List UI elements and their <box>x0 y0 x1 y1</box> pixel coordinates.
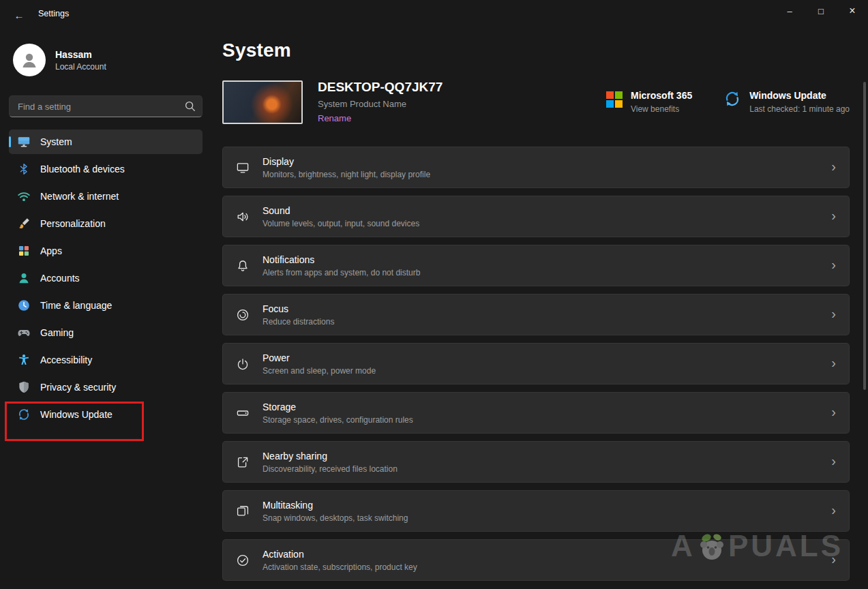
sidebar-item-system[interactable]: System <box>9 130 203 154</box>
row-subtitle: Storage space, drives, configuration rul… <box>263 415 413 425</box>
row-subtitle: Screen and sleep, power mode <box>263 366 376 376</box>
titlebar: ← Settings – □ × <box>0 0 868 33</box>
power-icon <box>236 357 250 371</box>
view-benefits-link[interactable]: View benefits <box>631 104 692 114</box>
sidebar-item-label: Accounts <box>40 273 80 284</box>
close-button[interactable]: × <box>837 0 868 22</box>
bluetooth-icon <box>17 162 31 176</box>
minimize-button[interactable]: – <box>774 0 805 22</box>
windows-update-title: Windows Update <box>749 90 850 101</box>
sidebar-item-label: Time & language <box>40 300 112 311</box>
sidebar-item-label: System <box>40 136 72 147</box>
sidebar-item-label: Windows Update <box>40 409 113 420</box>
settings-row-activation[interactable]: Activation Activation state, subscriptio… <box>222 539 850 581</box>
focus-icon <box>236 308 250 322</box>
sound-icon <box>236 210 250 224</box>
time-language-icon <box>17 299 31 312</box>
maximize-icon: □ <box>818 6 824 16</box>
settings-row-focus[interactable]: Focus Reduce distractions › <box>222 294 850 335</box>
settings-window: ← Settings – □ × Hassam Local Account <box>0 0 868 589</box>
device-thumbnail <box>222 80 303 124</box>
back-arrow-icon: ← <box>14 10 25 21</box>
row-subtitle: Monitors, brightness, night light, displ… <box>263 170 430 179</box>
row-subtitle: Activation state, subscriptions, product… <box>263 562 417 572</box>
search-input[interactable] <box>9 95 203 117</box>
settings-row-sound[interactable]: Sound Volume levels, output, input, soun… <box>222 196 850 237</box>
windows-update-card[interactable]: Windows Update Last checked: 1 minute ag… <box>723 90 850 114</box>
rename-link[interactable]: Rename <box>318 113 351 123</box>
system-icon <box>17 135 31 149</box>
settings-row-storage[interactable]: Storage Storage space, drives, configura… <box>222 392 850 434</box>
sidebar-item-apps[interactable]: Apps <box>9 239 203 263</box>
accounts-icon <box>17 271 31 285</box>
microsoft-365-card[interactable]: Microsoft 365 View benefits <box>606 90 692 114</box>
sidebar-item-accounts[interactable]: Accounts <box>9 266 203 290</box>
activation-icon <box>236 554 250 567</box>
multitasking-icon <box>236 504 250 518</box>
chevron-right-icon: › <box>831 454 836 470</box>
sidebar-item-label: Bluetooth & devices <box>40 164 125 175</box>
row-title: Nearby sharing <box>263 451 398 462</box>
apps-icon <box>17 244 31 258</box>
sidebar-item-label: Network & internet <box>40 191 119 202</box>
sidebar-item-network-internet[interactable]: Network & internet <box>9 184 203 209</box>
sidebar-item-gaming[interactable]: Gaming <box>9 320 203 345</box>
chevron-right-icon: › <box>831 209 836 224</box>
chevron-right-icon: › <box>831 405 836 421</box>
accessibility-icon <box>17 353 31 367</box>
microsoft-365-logo <box>606 91 623 108</box>
row-title: Power <box>263 352 376 363</box>
settings-row-nearby-sharing[interactable]: Nearby sharing Discoverability, received… <box>222 441 850 483</box>
vertical-scrollbar[interactable] <box>863 82 866 390</box>
main-content: System DESKTOP-QQ7JK77 System Product Na… <box>222 33 850 589</box>
row-subtitle: Snap windows, desktops, task switching <box>263 513 408 523</box>
avatar <box>13 44 46 76</box>
settings-row-power[interactable]: Power Screen and sleep, power mode › <box>222 343 850 384</box>
sidebar-item-label: Apps <box>40 245 62 256</box>
display-icon <box>236 161 250 175</box>
sidebar-item-label: Privacy & security <box>40 382 116 393</box>
maximize-button[interactable]: □ <box>805 0 837 22</box>
close-icon: × <box>849 5 855 17</box>
back-button[interactable]: ← <box>5 3 33 27</box>
row-title: Display <box>263 156 430 167</box>
row-subtitle: Volume levels, output, input, sound devi… <box>263 219 419 228</box>
row-subtitle: Alerts from apps and system, do not dist… <box>263 268 420 277</box>
network-icon <box>17 190 31 203</box>
sidebar: Hassam Local Account <box>0 33 211 589</box>
settings-row-display[interactable]: Display Monitors, brightness, night ligh… <box>222 147 850 188</box>
row-title: Activation <box>263 549 417 560</box>
sidebar-item-windows-update[interactable]: Windows Update <box>9 402 203 427</box>
device-hero: DESKTOP-QQ7JK77 System Product Name Rena… <box>222 80 850 124</box>
chevron-right-icon: › <box>831 160 836 175</box>
settings-row-notifications[interactable]: Notifications Alerts from apps and syste… <box>222 245 850 286</box>
gaming-icon <box>17 326 31 339</box>
sidebar-item-privacy-security[interactable]: Privacy & security <box>9 375 203 399</box>
chevron-right-icon: › <box>831 552 836 568</box>
sidebar-item-label: Accessibility <box>40 354 92 365</box>
chevron-right-icon: › <box>831 503 836 519</box>
chevron-right-icon: › <box>831 356 836 372</box>
device-product-name: System Product Name <box>318 99 443 109</box>
user-name: Hassam <box>55 49 106 60</box>
device-name: DESKTOP-QQ7JK77 <box>318 80 443 95</box>
window-controls: – □ × <box>774 0 868 22</box>
sidebar-item-bluetooth-devices[interactable]: Bluetooth & devices <box>9 157 203 181</box>
page-title: System <box>222 40 850 61</box>
row-title: Multitasking <box>263 500 408 511</box>
sidebar-item-time-language[interactable]: Time & language <box>9 293 203 318</box>
minimize-icon: – <box>787 6 792 16</box>
sidebar-item-personalization[interactable]: Personalization <box>9 211 203 236</box>
person-icon <box>19 50 40 70</box>
chevron-right-icon: › <box>831 307 836 322</box>
user-account-block[interactable]: Hassam Local Account <box>9 40 203 80</box>
windows-update-icon <box>17 408 31 421</box>
row-title: Sound <box>263 205 419 216</box>
search-icon[interactable] <box>183 100 197 113</box>
windows-update-icon <box>723 90 741 108</box>
sidebar-item-accessibility[interactable]: Accessibility <box>9 348 203 372</box>
row-subtitle: Reduce distractions <box>263 317 334 327</box>
settings-row-multitasking[interactable]: Multitasking Snap windows, desktops, tas… <box>222 490 850 532</box>
user-account-type: Local Account <box>55 62 106 72</box>
settings-list: Display Monitors, brightness, night ligh… <box>222 147 850 581</box>
